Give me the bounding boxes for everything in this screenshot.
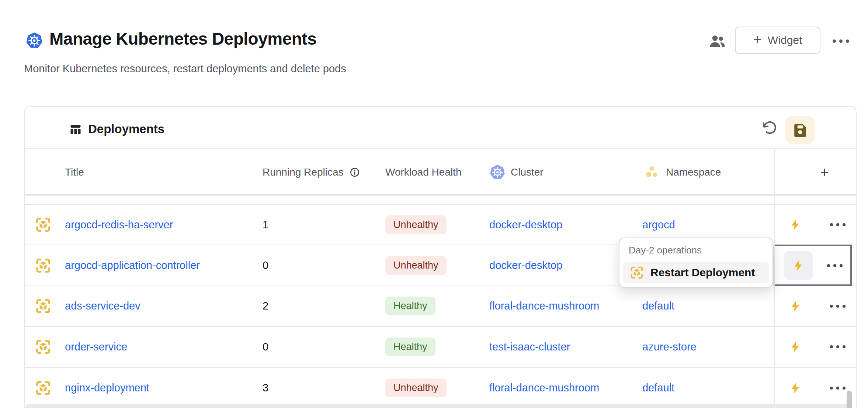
page-overflow-menu-icon[interactable] bbox=[833, 35, 850, 46]
add-column-button[interactable]: + bbox=[789, 149, 860, 196]
deployment-title-link[interactable]: nginx-deployment bbox=[65, 382, 149, 394]
column-workload-health[interactable]: Workload Health bbox=[385, 149, 461, 196]
quick-actions-button[interactable] bbox=[781, 210, 810, 239]
save-icon bbox=[792, 122, 808, 138]
table-icon bbox=[69, 123, 82, 136]
row-actions bbox=[774, 205, 852, 245]
page-title: Manage Kubernetes Deployments bbox=[49, 29, 316, 49]
cluster-link[interactable]: docker-desktop bbox=[489, 219, 562, 231]
cluster-link[interactable]: test-isaac-cluster bbox=[489, 341, 570, 353]
table-header-row: Title Running Replicas Workload Health C… bbox=[25, 149, 856, 196]
info-icon[interactable] bbox=[349, 167, 360, 178]
page-subtitle: Monitor Kubernetes resources, restart de… bbox=[24, 63, 346, 75]
row-overflow-menu-icon[interactable] bbox=[830, 387, 846, 390]
row-actions bbox=[774, 245, 852, 285]
row-overflow-menu-icon[interactable] bbox=[830, 345, 846, 348]
deployment-icon bbox=[35, 368, 51, 408]
plus-icon: + bbox=[753, 32, 762, 47]
deployment-icon bbox=[35, 327, 51, 367]
row-overflow-menu-icon[interactable] bbox=[830, 223, 846, 226]
horizontal-scrollbar[interactable] bbox=[25, 404, 851, 408]
lightning-icon bbox=[792, 259, 805, 272]
running-replicas-value: 1 bbox=[263, 205, 268, 245]
lightning-icon bbox=[789, 381, 802, 395]
running-replicas-value: 0 bbox=[263, 245, 268, 285]
undo-icon[interactable] bbox=[762, 121, 778, 136]
deployment-title-link[interactable]: ads-service-dev bbox=[65, 300, 140, 312]
namespace-link[interactable]: azure-store bbox=[642, 341, 697, 353]
panel-header: Deployments bbox=[25, 107, 856, 149]
day2-operations-menu: Day-2 operations Restart Deployment bbox=[619, 238, 773, 288]
partial-scrolled-row bbox=[25, 196, 856, 205]
restart-deployment-menu-item[interactable]: Restart Deployment bbox=[623, 262, 769, 283]
panel-title: Deployments bbox=[88, 122, 164, 136]
namespace-dots-icon bbox=[645, 164, 661, 180]
column-cluster[interactable]: Cluster bbox=[489, 149, 544, 196]
row-actions bbox=[774, 286, 852, 326]
table-row: nginx-deployment 3 Unhealthy floral-danc… bbox=[25, 368, 856, 408]
vertical-scrollbar-thumb[interactable] bbox=[847, 391, 852, 408]
cluster-link[interactable]: floral-dance-mushroom bbox=[489, 300, 599, 312]
namespace-link[interactable]: default bbox=[642, 382, 674, 394]
quick-actions-button[interactable] bbox=[781, 332, 810, 362]
deployment-icon bbox=[35, 286, 51, 326]
running-replicas-value: 0 bbox=[263, 327, 268, 367]
cluster-link[interactable]: docker-desktop bbox=[489, 259, 562, 272]
quick-actions-button[interactable] bbox=[781, 373, 810, 403]
deployment-title-link[interactable]: argocd-redis-ha-server bbox=[65, 219, 173, 231]
cluster-link[interactable]: floral-dance-mushroom bbox=[489, 382, 599, 394]
column-namespace[interactable]: Namespace bbox=[645, 149, 721, 196]
cluster-kubernetes-icon bbox=[489, 164, 506, 180]
column-running-replicas[interactable]: Running Replicas bbox=[263, 149, 360, 196]
add-widget-button[interactable]: + Widget bbox=[735, 27, 820, 54]
menu-item-label: Restart Deployment bbox=[650, 266, 755, 279]
table-row: order-service 0 Healthy test-isaac-clust… bbox=[25, 327, 856, 367]
kubernetes-logo-icon bbox=[25, 32, 43, 49]
table-row: ads-service-dev 2 Healthy floral-dance-m… bbox=[25, 286, 856, 327]
quick-actions-button[interactable] bbox=[781, 291, 810, 321]
namespace-link[interactable]: default bbox=[642, 300, 674, 312]
row-actions bbox=[774, 368, 852, 408]
table-body: argocd-redis-ha-server 1 Unhealthy docke… bbox=[25, 205, 856, 408]
column-title[interactable]: Title bbox=[65, 149, 84, 196]
actions-column-divider bbox=[774, 149, 775, 408]
running-replicas-value: 3 bbox=[263, 368, 268, 408]
row-overflow-menu-icon[interactable] bbox=[827, 264, 843, 267]
workload-health-badge: Healthy bbox=[385, 338, 435, 356]
namespace-link[interactable]: argocd bbox=[642, 219, 675, 231]
quick-actions-button[interactable] bbox=[784, 251, 813, 280]
menu-group-label: Day-2 operations bbox=[629, 245, 702, 256]
deployment-title-link[interactable]: argocd-application-controller bbox=[65, 259, 200, 272]
row-actions bbox=[774, 327, 852, 367]
workload-health-badge: Unhealthy bbox=[385, 215, 447, 234]
workload-health-badge: Unhealthy bbox=[385, 378, 447, 397]
collaborators-icon[interactable] bbox=[708, 32, 726, 50]
save-button[interactable] bbox=[785, 116, 815, 144]
workload-health-badge: Unhealthy bbox=[385, 256, 447, 275]
deployment-icon bbox=[35, 245, 51, 285]
row-overflow-menu-icon[interactable] bbox=[830, 305, 846, 308]
lightning-icon bbox=[789, 340, 802, 353]
running-replicas-value: 2 bbox=[263, 286, 268, 326]
deployment-title-link[interactable]: order-service bbox=[65, 341, 127, 353]
deployment-icon bbox=[35, 205, 51, 245]
lightning-icon bbox=[789, 218, 802, 231]
add-widget-label: Widget bbox=[768, 34, 802, 46]
deployment-icon bbox=[630, 266, 644, 280]
lightning-icon bbox=[789, 300, 802, 313]
workload-health-badge: Healthy bbox=[385, 297, 435, 315]
